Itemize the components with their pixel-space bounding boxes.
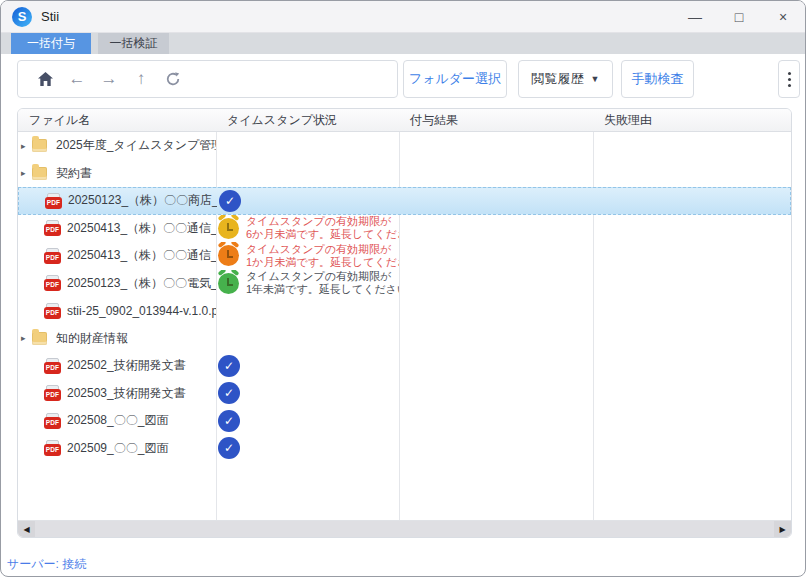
column-header-failure-reason[interactable]: 失敗理由: [593, 109, 791, 131]
status-message: タイムスタンプの有効期限が6か月未満です。延長してください。: [246, 215, 399, 241]
pdf-file-icon: PDF: [44, 303, 61, 319]
tab-batch-grant[interactable]: 一括付与: [11, 33, 91, 54]
navigation-box: ← → ↑: [17, 60, 398, 98]
scroll-left-icon[interactable]: ◀: [18, 521, 35, 538]
failure-reason-cell: [593, 160, 791, 188]
column-header-timestamp-status[interactable]: タイムスタンプ状況: [216, 109, 399, 131]
grant-result-cell: [399, 242, 593, 270]
app-logo-icon: S: [12, 7, 32, 27]
pdf-badge-label: PDF: [44, 252, 61, 264]
table-row[interactable]: PDF202509_〇〇_図面✓: [18, 435, 791, 463]
timestamp-status-cell: タイムスタンプの有効期限が1か月未満です。延長してください。: [216, 242, 399, 270]
refresh-button[interactable]: [164, 70, 182, 88]
table-header: ファイル名 タイムスタンプ状況 付与結果 失敗理由: [18, 109, 791, 132]
maximize-button[interactable]: □: [717, 9, 761, 25]
pdf-badge-label: PDF: [44, 224, 61, 236]
pdf-badge-label: PDF: [44, 362, 61, 374]
title-bar: S Stii — □ ×: [1, 1, 805, 33]
table-row[interactable]: PDF202508_〇〇_図面✓: [18, 407, 791, 435]
history-button[interactable]: 閲覧履歴 ▼: [518, 60, 613, 98]
file-name-cell: PDFstii-25_0902_013944-v.1.0.pdf: [18, 297, 216, 325]
table-row[interactable]: ▸2025年度_タイムスタンプ管理: [18, 132, 791, 160]
status-message-line1: タイムスタンプの有効期限が: [246, 270, 399, 283]
timestamp-status-cell: ✓: [216, 380, 399, 408]
timestamp-status-cell: [216, 160, 399, 188]
failure-reason-cell: [593, 215, 791, 243]
failure-reason-cell: [593, 407, 791, 435]
status-message-line2: 6か月未満です。延長してください。: [246, 228, 399, 241]
timestamp-status-cell: [216, 132, 399, 160]
window-title: Stii: [41, 9, 59, 24]
file-name: 20250123_（株）〇〇電気_129,000_: [67, 275, 216, 292]
status-clock-icon: [218, 245, 239, 266]
column-header-grant-result[interactable]: 付与結果: [399, 109, 593, 131]
manual-check-button[interactable]: 手動検査: [621, 60, 694, 98]
more-options-button[interactable]: [778, 60, 800, 98]
timestamp-status-cell: ✓: [216, 435, 399, 463]
status-check-icon: ✓: [219, 190, 241, 212]
file-name: 20250413_（株）〇〇通信_29,000_: [67, 247, 216, 264]
grant-result-cell: [399, 407, 593, 435]
home-button[interactable]: [36, 70, 54, 88]
failure-reason-cell: [593, 325, 791, 353]
horizontal-scrollbar[interactable]: ◀ ▶: [18, 520, 791, 537]
status-message-line2: 1か月未満です。延長してください。: [246, 256, 399, 269]
file-name-cell: PDF202503_技術開発文書: [18, 380, 216, 408]
pdf-file-icon: PDF: [44, 275, 61, 291]
table-row[interactable]: PDF20250123_（株）〇〇電気_129,000_タイムスタンプの有効期限…: [18, 270, 791, 298]
chevron-down-icon: ▼: [591, 74, 600, 84]
table-row[interactable]: PDF202502_技術開発文書✓: [18, 352, 791, 380]
table-rows: ▸2025年度_タイムスタンプ管理▸契約書PDF20250123_（株）〇〇商店…: [18, 132, 791, 462]
pdf-file-icon: PDF: [44, 413, 61, 429]
table-row[interactable]: PDF20250413_（株）〇〇通信_29,000_タイムスタンプの有効期限が…: [18, 242, 791, 270]
failure-reason-cell: [593, 380, 791, 408]
table-row[interactable]: ▸契約書: [18, 160, 791, 188]
minimize-button[interactable]: —: [673, 9, 717, 25]
expand-arrow-icon[interactable]: ▸: [21, 168, 32, 178]
file-name-cell: PDF202508_〇〇_図面: [18, 407, 216, 435]
pdf-file-icon: PDF: [44, 358, 61, 374]
timestamp-status-cell: タイムスタンプの有効期限が1年未満です。延長してください。: [216, 270, 399, 298]
grant-result-cell: [399, 435, 593, 463]
status-clock-icon: [218, 273, 239, 294]
scroll-right-icon[interactable]: ▶: [774, 521, 791, 538]
column-header-filename[interactable]: ファイル名: [18, 109, 216, 131]
file-name-cell: PDF20250123_（株）〇〇商店_99,000_: [19, 188, 217, 214]
status-message-line1: タイムスタンプの有効期限が: [246, 215, 399, 228]
status-check-icon: ✓: [218, 410, 240, 432]
forward-button[interactable]: →: [100, 70, 118, 88]
toolbar: ← → ↑ フォルダー選択 閲覧履歴 ▼ 手動検査: [1, 60, 805, 98]
up-button[interactable]: ↑: [132, 70, 150, 88]
scrollbar-thumb[interactable]: [35, 521, 774, 538]
app-window: S Stii — □ × 一括付与 一括検証 ← → ↑ フォ: [0, 0, 806, 577]
folder-icon: [32, 167, 47, 180]
expand-arrow-icon[interactable]: ▸: [21, 141, 32, 151]
pdf-file-icon: PDF: [44, 385, 61, 401]
pdf-file-icon: PDF: [44, 220, 61, 236]
grant-result-cell: [399, 297, 593, 325]
history-button-label: 閲覧履歴: [532, 70, 584, 88]
grant-result-cell: [400, 188, 594, 214]
back-button[interactable]: ←: [68, 70, 86, 88]
tab-batch-verify[interactable]: 一括検証: [98, 33, 169, 54]
grant-result-cell: [399, 270, 593, 298]
pdf-badge-label: PDF: [45, 197, 62, 209]
file-name: 202509_〇〇_図面: [67, 440, 168, 457]
grant-result-cell: [399, 352, 593, 380]
status-message-line1: タイムスタンプの有効期限が: [246, 243, 399, 256]
timestamp-status-cell: [216, 325, 399, 353]
file-name-cell: PDF20250123_（株）〇〇電気_129,000_: [18, 270, 216, 298]
folder-select-button[interactable]: フォルダー選択: [403, 60, 507, 98]
pdf-file-icon: PDF: [44, 248, 61, 264]
table-row[interactable]: PDFstii-25_0902_013944-v.1.0.pdf: [18, 297, 791, 325]
pdf-badge-label: PDF: [44, 279, 61, 291]
expand-arrow-icon[interactable]: ▸: [21, 333, 32, 343]
pdf-badge-label: PDF: [44, 417, 61, 429]
table-row[interactable]: ▸知的財産情報: [18, 325, 791, 353]
table-row[interactable]: PDF202503_技術開発文書✓: [18, 380, 791, 408]
table-row[interactable]: PDF20250413_（株）〇〇通信_18,000_タイムスタンプの有効期限が…: [18, 215, 791, 243]
close-button[interactable]: ×: [761, 9, 805, 25]
grant-result-cell: [399, 160, 593, 188]
timestamp-status-cell: [216, 297, 399, 325]
table-row[interactable]: PDF20250123_（株）〇〇商店_99,000_✓: [18, 187, 791, 215]
